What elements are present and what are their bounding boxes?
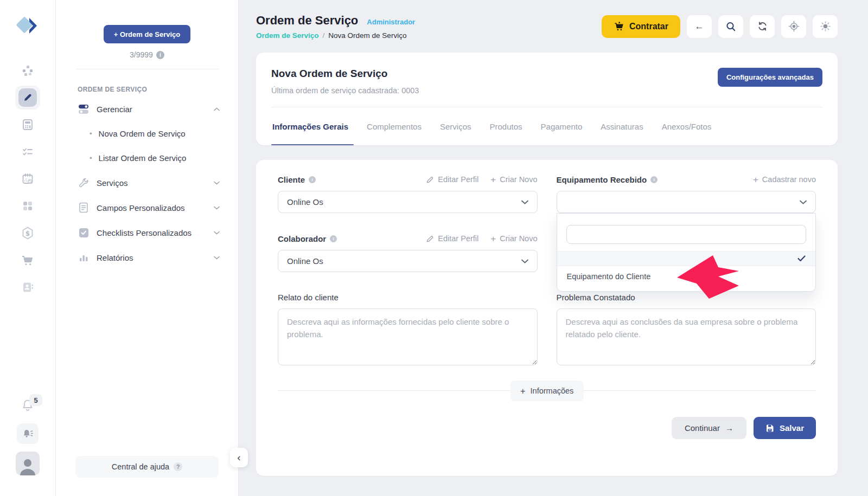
sidebar-item-campos[interactable]: Campos Personalizados bbox=[78, 195, 220, 220]
theme-toggle-button[interactable] bbox=[813, 15, 838, 38]
rail-bottom: 5 bbox=[15, 395, 40, 475]
info-icon[interactable]: i bbox=[650, 176, 658, 183]
chevron-down-icon bbox=[521, 200, 528, 204]
target-button[interactable] bbox=[781, 15, 806, 38]
info-icon[interactable]: i bbox=[309, 176, 316, 183]
plus-icon: + bbox=[490, 175, 496, 184]
order-form-card: Cliente i Editar Perfil + Criar Novo bbox=[256, 160, 838, 476]
checklist-icon bbox=[21, 145, 34, 158]
relato-field-group: Relato do cliente bbox=[278, 292, 538, 368]
tab-informacoes-gerais[interactable]: Informações Gerais bbox=[272, 107, 348, 145]
rail-item-finance[interactable]: $ bbox=[15, 221, 40, 245]
checkbox-icon bbox=[78, 228, 90, 238]
help-center-button[interactable]: Central de ajuda ? bbox=[75, 456, 219, 478]
sidebar-item-checklists[interactable]: Checklists Personalizados bbox=[78, 220, 220, 245]
tab-complementos[interactable]: Complementos bbox=[367, 107, 422, 145]
equipamento-field-group: Equipamento Recebido i + Cadastrar novo bbox=[557, 174, 816, 213]
colaborador-label: Colaborador i bbox=[278, 234, 337, 243]
grid-squares-icon bbox=[21, 199, 34, 212]
breadcrumb-root-link[interactable]: Ordem de Serviço bbox=[256, 31, 319, 40]
dollar-icon: $ bbox=[21, 226, 35, 240]
edit-profile-link[interactable]: Editar Perfil bbox=[426, 175, 478, 184]
chevron-down-icon bbox=[214, 231, 220, 235]
refresh-button[interactable] bbox=[750, 15, 775, 38]
plus-icon: + bbox=[520, 387, 526, 396]
tab-produtos[interactable]: Produtos bbox=[489, 107, 522, 145]
sidebar-item-listar-ordem[interactable]: • Listar Ordem de Serviço bbox=[78, 146, 220, 170]
edit-profile-link[interactable]: Editar Perfil bbox=[426, 234, 478, 243]
cliente-select[interactable]: Online Os bbox=[278, 191, 538, 213]
tab-anexos-fotos[interactable]: Anexos/Fotos bbox=[662, 107, 712, 145]
menu-label: Checklists Personalizados bbox=[97, 228, 214, 237]
menu-label: Campos Personalizados bbox=[97, 203, 214, 212]
save-button[interactable]: Salvar bbox=[754, 417, 816, 439]
register-new-link[interactable]: + Cadastrar novo bbox=[753, 175, 816, 184]
rail-item-contacts[interactable] bbox=[15, 275, 40, 299]
cart-icon bbox=[614, 21, 624, 31]
colaborador-select[interactable]: Online Os bbox=[278, 250, 538, 272]
rail-item-sales[interactable] bbox=[15, 248, 40, 272]
sidebar-item-servicos[interactable]: Serviços bbox=[78, 170, 220, 195]
sun-icon bbox=[820, 21, 831, 32]
breadcrumb-separator: / bbox=[323, 31, 325, 40]
scatter-dots-icon bbox=[21, 64, 34, 77]
page-header: Ordem de Serviço Administrador Ordem de … bbox=[256, 0, 838, 53]
sidebar-item-gerenciar[interactable]: Gerenciar bbox=[78, 96, 220, 121]
notifications-button[interactable]: 5 bbox=[15, 395, 40, 416]
search-button[interactable] bbox=[718, 15, 743, 38]
menu-label: Listar Ordem de Serviço bbox=[99, 153, 187, 163]
colaborador-field-group: Colaborador i Editar Perfil + Criar Novo bbox=[278, 233, 538, 272]
rail-item-checklist[interactable] bbox=[15, 140, 40, 164]
tab-pagamento[interactable]: Pagamento bbox=[541, 107, 583, 145]
dropdown-option-selected[interactable] bbox=[557, 251, 816, 266]
add-informacoes-button[interactable]: + Informações bbox=[510, 381, 584, 401]
breadcrumb-current: Nova Ordem de Serviço bbox=[328, 31, 406, 40]
card-title: Nova Ordem de Serviço bbox=[271, 68, 419, 80]
chevron-down-icon bbox=[214, 206, 220, 210]
menu-label: Nova Ordem de Serviço bbox=[99, 129, 186, 138]
advanced-settings-button[interactable]: Configurações avançadas bbox=[718, 68, 822, 87]
tab-servicos[interactable]: Serviços bbox=[440, 107, 471, 145]
icon-rail: $ bbox=[0, 0, 56, 496]
rail-item-calendar[interactable] bbox=[15, 167, 40, 191]
dropdown-option-equipamento-cliente[interactable]: Equipamento do Cliente bbox=[557, 266, 816, 287]
notification-count-badge: 5 bbox=[29, 394, 42, 406]
wrench-icon bbox=[78, 177, 90, 188]
tab-assinaturas[interactable]: Assinaturas bbox=[601, 107, 643, 145]
rail-item-calculator[interactable] bbox=[15, 113, 40, 137]
user-avatar[interactable] bbox=[16, 452, 40, 475]
sidebar-divider bbox=[75, 69, 219, 69]
help-center-label: Central de ajuda bbox=[112, 462, 169, 471]
app: $ bbox=[0, 0, 868, 496]
plus-icon: + bbox=[753, 175, 758, 184]
rail-menu: $ bbox=[15, 59, 40, 299]
plus-icon: + bbox=[490, 234, 496, 243]
app-logo-icon[interactable] bbox=[15, 14, 41, 40]
chevron-down-icon bbox=[214, 181, 220, 185]
sidebar-collapse-button[interactable]: ‹ bbox=[230, 448, 248, 467]
tabs: Informações Gerais Complementos Serviços… bbox=[271, 107, 822, 145]
problema-textarea[interactable] bbox=[557, 308, 816, 365]
equipamento-select[interactable] bbox=[557, 191, 816, 213]
rail-item-apps[interactable] bbox=[15, 194, 40, 218]
bar-chart-icon bbox=[78, 253, 90, 262]
contratar-button[interactable]: Contratar bbox=[602, 15, 680, 38]
sidebar-item-relatorios[interactable]: Relatórios bbox=[78, 245, 220, 270]
info-icon[interactable]: i bbox=[156, 51, 164, 59]
create-new-link[interactable]: + Criar Novo bbox=[490, 234, 537, 243]
rail-item-service-orders[interactable] bbox=[15, 86, 40, 109]
cliente-select-value: Online Os bbox=[287, 197, 521, 207]
announcements-button[interactable] bbox=[17, 423, 39, 444]
bullet-icon: • bbox=[90, 130, 92, 138]
rail-item-dashboard[interactable] bbox=[15, 59, 40, 82]
new-service-order-button[interactable]: + Ordem de Serviço bbox=[104, 25, 190, 43]
quota-count: 3/9999 bbox=[130, 50, 153, 59]
info-icon[interactable]: i bbox=[330, 235, 337, 242]
continue-button[interactable]: Continuar → bbox=[672, 417, 746, 439]
relato-textarea[interactable] bbox=[278, 308, 538, 365]
dropdown-search-input[interactable] bbox=[566, 225, 807, 244]
pencil-icon bbox=[18, 88, 37, 107]
sidebar-item-nova-ordem[interactable]: • Nova Ordem de Serviço bbox=[78, 121, 220, 146]
create-new-link[interactable]: + Criar Novo bbox=[490, 175, 537, 184]
back-button[interactable]: ← bbox=[687, 15, 712, 38]
